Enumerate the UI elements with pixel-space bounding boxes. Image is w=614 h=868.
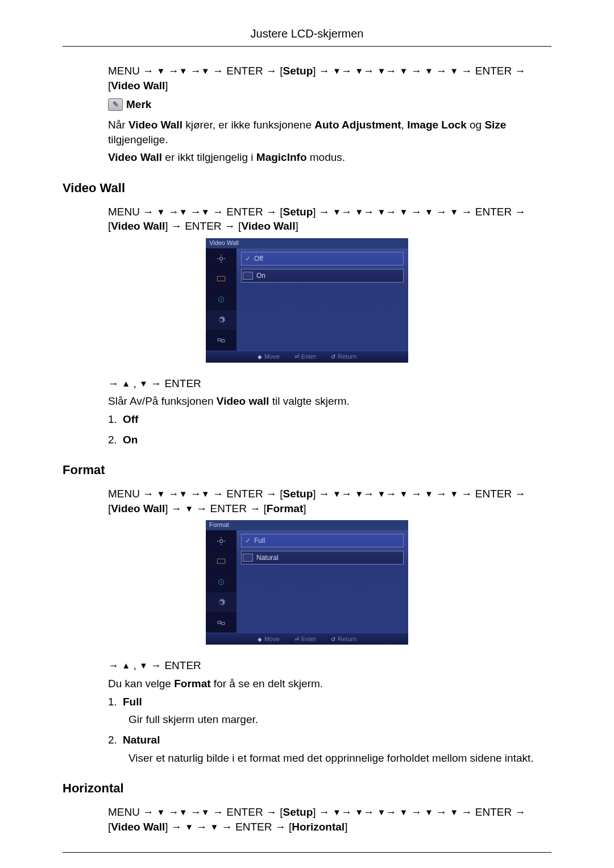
videowall-after-img: → ▲ , ▼ → ENTER <box>108 376 551 391</box>
osd-footer: ◆Move ⏎Enter ↺Return <box>206 351 408 363</box>
osd-option-label: On <box>254 271 265 280</box>
svg-point-17 <box>221 582 222 583</box>
footer-rule <box>63 852 551 853</box>
footer-enter: ⏎Enter <box>294 635 316 643</box>
videowall-list: 1.Off 2.On <box>108 412 551 447</box>
check-icon: ✓ <box>242 254 252 263</box>
header-rule <box>63 46 551 47</box>
osd-option-natural[interactable]: Natural <box>241 551 404 564</box>
osd-panel-videowall: Video Wall ✓ Off On <box>206 238 408 363</box>
list-item: 1.Off <box>108 412 551 427</box>
gear-icon <box>206 592 237 612</box>
videowall-desc: Slår Av/På funksjonen Video wall til val… <box>108 394 551 409</box>
svg-rect-15 <box>217 559 225 563</box>
footer-move: ◆Move <box>258 352 280 361</box>
section-title-format: Format <box>63 462 551 479</box>
osd-option-label: Full <box>252 536 265 545</box>
checkbox-icon <box>243 272 253 280</box>
svg-rect-9 <box>222 340 225 342</box>
osd-sidebar <box>206 248 237 351</box>
osd-footer: ◆Move ⏎Enter ↺Return <box>206 633 408 645</box>
list-item: 2.Natural Viser et naturlig bilde i et f… <box>108 733 551 765</box>
osd-option-off[interactable]: ✓ Off <box>241 252 404 265</box>
screen-icon <box>206 269 237 289</box>
target-icon <box>206 571 237 592</box>
note-text-line1: Når Video Wall kjører, er ikke funksjone… <box>108 118 551 147</box>
format-list: 1.Full Gir full skjerm uten marger. 2.Na… <box>108 695 551 766</box>
section-title-videowall: Video Wall <box>63 180 551 197</box>
osd-title: Format <box>206 520 408 530</box>
list-item: 1.Full Gir full skjerm uten marger. <box>108 695 551 727</box>
osd-panel-format: Format ✓ Full Natural <box>206 520 408 645</box>
multi-icon <box>206 612 237 633</box>
horizontal-nav: MENU → ▼ →▼ →▼ → ENTER → [Setup] → ▼→ ▼→… <box>108 805 551 834</box>
svg-point-0 <box>219 258 222 260</box>
multi-icon <box>206 330 237 351</box>
osd-option-full[interactable]: ✓ Full <box>241 534 404 547</box>
footer-move: ◆Move <box>258 635 280 643</box>
check-icon: ✓ <box>242 536 252 545</box>
osd-sidebar <box>206 530 237 633</box>
footer-return: ↺Return <box>331 635 356 643</box>
svg-rect-5 <box>217 277 225 281</box>
brightness-icon <box>206 248 237 269</box>
intro-nav: MENU → ▼ →▼ →▼ → ENTER → [Setup] → ▼→ ▼→… <box>108 64 551 93</box>
note-icon: ✎ <box>108 98 123 111</box>
osd-option-label: Off <box>252 254 263 263</box>
footer-return: ↺Return <box>331 352 356 361</box>
list-item-desc: Viser et naturlig bilde i et format med … <box>128 751 551 766</box>
footer-enter: ⏎Enter <box>294 352 316 361</box>
target-icon <box>206 289 237 310</box>
svg-rect-8 <box>218 339 221 341</box>
note-label-row: ✎ Merk <box>108 97 551 112</box>
checkbox-icon <box>243 554 253 562</box>
gear-icon <box>206 310 237 330</box>
videowall-nav: MENU → ▼ →▼ →▼ → ENTER → [Setup] → ▼→ ▼→… <box>108 205 551 234</box>
svg-rect-18 <box>218 621 221 624</box>
screen-icon <box>206 551 237 571</box>
brightness-icon <box>206 530 237 551</box>
osd-option-on[interactable]: On <box>241 269 404 283</box>
format-nav: MENU → ▼ →▼ →▼ → ENTER → [Setup] → ▼→ ▼→… <box>108 487 551 516</box>
list-item-desc: Gir full skjerm uten marger. <box>128 712 551 727</box>
format-desc: Du kan velge Format for å se en delt skj… <box>108 676 551 691</box>
note-label: Merk <box>126 97 151 112</box>
svg-point-10 <box>219 539 222 542</box>
format-after-img: → ▲ , ▼ → ENTER <box>108 658 551 673</box>
osd-title: Video Wall <box>206 238 408 248</box>
note-text-line2: Video Wall er ikkt tilgjengelig i MagicI… <box>108 150 551 165</box>
list-item: 2.On <box>108 433 551 447</box>
osd-option-label: Natural <box>254 553 279 562</box>
svg-rect-19 <box>222 622 225 625</box>
svg-point-7 <box>221 299 222 301</box>
section-title-horizontal: Horizontal <box>63 780 551 797</box>
page-header: Justere LCD-skjermen <box>63 27 551 40</box>
